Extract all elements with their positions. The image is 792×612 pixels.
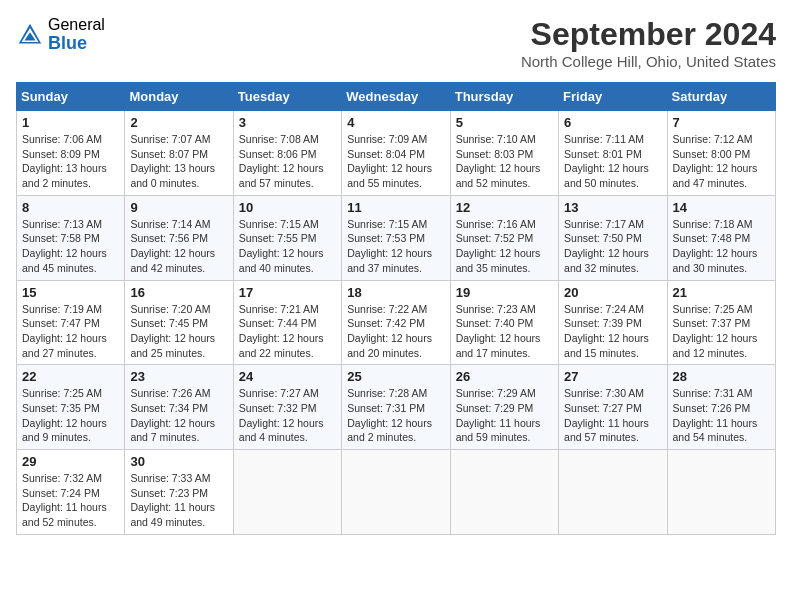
day-number: 15: [22, 285, 119, 300]
day-number: 3: [239, 115, 336, 130]
day-detail: Sunrise: 7:32 AMSunset: 7:24 PMDaylight:…: [22, 471, 119, 530]
calendar-cell: 24Sunrise: 7:27 AMSunset: 7:32 PMDayligh…: [233, 365, 341, 450]
day-detail: Sunrise: 7:22 AMSunset: 7:42 PMDaylight:…: [347, 302, 444, 361]
calendar-cell: 11Sunrise: 7:15 AMSunset: 7:53 PMDayligh…: [342, 195, 450, 280]
day-number: 14: [673, 200, 770, 215]
calendar-cell: [450, 450, 558, 535]
month-title: September 2024: [521, 16, 776, 53]
calendar-cell: [667, 450, 775, 535]
day-detail: Sunrise: 7:13 AMSunset: 7:58 PMDaylight:…: [22, 217, 119, 276]
day-number: 5: [456, 115, 553, 130]
day-detail: Sunrise: 7:17 AMSunset: 7:50 PMDaylight:…: [564, 217, 661, 276]
calendar-cell: 10Sunrise: 7:15 AMSunset: 7:55 PMDayligh…: [233, 195, 341, 280]
calendar-cell: 20Sunrise: 7:24 AMSunset: 7:39 PMDayligh…: [559, 280, 667, 365]
day-detail: Sunrise: 7:18 AMSunset: 7:48 PMDaylight:…: [673, 217, 770, 276]
day-number: 26: [456, 369, 553, 384]
calendar-cell: 17Sunrise: 7:21 AMSunset: 7:44 PMDayligh…: [233, 280, 341, 365]
calendar-header-monday: Monday: [125, 83, 233, 111]
calendar-week-5: 29Sunrise: 7:32 AMSunset: 7:24 PMDayligh…: [17, 450, 776, 535]
day-number: 9: [130, 200, 227, 215]
calendar-cell: 22Sunrise: 7:25 AMSunset: 7:35 PMDayligh…: [17, 365, 125, 450]
day-number: 7: [673, 115, 770, 130]
day-detail: Sunrise: 7:09 AMSunset: 8:04 PMDaylight:…: [347, 132, 444, 191]
calendar-header-sunday: Sunday: [17, 83, 125, 111]
day-number: 20: [564, 285, 661, 300]
calendar-cell: 15Sunrise: 7:19 AMSunset: 7:47 PMDayligh…: [17, 280, 125, 365]
day-number: 25: [347, 369, 444, 384]
day-detail: Sunrise: 7:28 AMSunset: 7:31 PMDaylight:…: [347, 386, 444, 445]
day-detail: Sunrise: 7:11 AMSunset: 8:01 PMDaylight:…: [564, 132, 661, 191]
day-detail: Sunrise: 7:10 AMSunset: 8:03 PMDaylight:…: [456, 132, 553, 191]
day-number: 23: [130, 369, 227, 384]
day-detail: Sunrise: 7:07 AMSunset: 8:07 PMDaylight:…: [130, 132, 227, 191]
calendar-header-wednesday: Wednesday: [342, 83, 450, 111]
day-number: 13: [564, 200, 661, 215]
day-number: 12: [456, 200, 553, 215]
calendar-cell: 12Sunrise: 7:16 AMSunset: 7:52 PMDayligh…: [450, 195, 558, 280]
day-number: 30: [130, 454, 227, 469]
calendar-cell: [342, 450, 450, 535]
day-detail: Sunrise: 7:25 AMSunset: 7:37 PMDaylight:…: [673, 302, 770, 361]
calendar-header-saturday: Saturday: [667, 83, 775, 111]
day-detail: Sunrise: 7:08 AMSunset: 8:06 PMDaylight:…: [239, 132, 336, 191]
day-detail: Sunrise: 7:29 AMSunset: 7:29 PMDaylight:…: [456, 386, 553, 445]
day-detail: Sunrise: 7:30 AMSunset: 7:27 PMDaylight:…: [564, 386, 661, 445]
day-detail: Sunrise: 7:20 AMSunset: 7:45 PMDaylight:…: [130, 302, 227, 361]
calendar-week-1: 1Sunrise: 7:06 AMSunset: 8:09 PMDaylight…: [17, 111, 776, 196]
day-detail: Sunrise: 7:14 AMSunset: 7:56 PMDaylight:…: [130, 217, 227, 276]
day-number: 4: [347, 115, 444, 130]
day-number: 6: [564, 115, 661, 130]
calendar-header-thursday: Thursday: [450, 83, 558, 111]
calendar-week-4: 22Sunrise: 7:25 AMSunset: 7:35 PMDayligh…: [17, 365, 776, 450]
calendar-cell: 6Sunrise: 7:11 AMSunset: 8:01 PMDaylight…: [559, 111, 667, 196]
calendar-cell: 18Sunrise: 7:22 AMSunset: 7:42 PMDayligh…: [342, 280, 450, 365]
day-number: 8: [22, 200, 119, 215]
calendar-cell: 7Sunrise: 7:12 AMSunset: 8:00 PMDaylight…: [667, 111, 775, 196]
title-block: September 2024 North College Hill, Ohio,…: [521, 16, 776, 70]
calendar-table: SundayMondayTuesdayWednesdayThursdayFrid…: [16, 82, 776, 535]
calendar-cell: 26Sunrise: 7:29 AMSunset: 7:29 PMDayligh…: [450, 365, 558, 450]
day-detail: Sunrise: 7:19 AMSunset: 7:47 PMDaylight:…: [22, 302, 119, 361]
calendar-cell: 27Sunrise: 7:30 AMSunset: 7:27 PMDayligh…: [559, 365, 667, 450]
calendar-cell: 8Sunrise: 7:13 AMSunset: 7:58 PMDaylight…: [17, 195, 125, 280]
calendar-cell: 21Sunrise: 7:25 AMSunset: 7:37 PMDayligh…: [667, 280, 775, 365]
day-number: 16: [130, 285, 227, 300]
day-number: 22: [22, 369, 119, 384]
day-number: 24: [239, 369, 336, 384]
location: North College Hill, Ohio, United States: [521, 53, 776, 70]
calendar-body: 1Sunrise: 7:06 AMSunset: 8:09 PMDaylight…: [17, 111, 776, 535]
day-detail: Sunrise: 7:06 AMSunset: 8:09 PMDaylight:…: [22, 132, 119, 191]
logo-icon: [16, 21, 44, 49]
calendar-cell: 16Sunrise: 7:20 AMSunset: 7:45 PMDayligh…: [125, 280, 233, 365]
calendar-cell: 19Sunrise: 7:23 AMSunset: 7:40 PMDayligh…: [450, 280, 558, 365]
day-detail: Sunrise: 7:24 AMSunset: 7:39 PMDaylight:…: [564, 302, 661, 361]
day-detail: Sunrise: 7:12 AMSunset: 8:00 PMDaylight:…: [673, 132, 770, 191]
calendar-cell: [233, 450, 341, 535]
day-number: 17: [239, 285, 336, 300]
day-detail: Sunrise: 7:15 AMSunset: 7:53 PMDaylight:…: [347, 217, 444, 276]
day-number: 10: [239, 200, 336, 215]
logo-blue: Blue: [48, 34, 105, 54]
day-number: 21: [673, 285, 770, 300]
calendar-cell: 28Sunrise: 7:31 AMSunset: 7:26 PMDayligh…: [667, 365, 775, 450]
day-detail: Sunrise: 7:21 AMSunset: 7:44 PMDaylight:…: [239, 302, 336, 361]
logo-general: General: [48, 16, 105, 34]
calendar-cell: 3Sunrise: 7:08 AMSunset: 8:06 PMDaylight…: [233, 111, 341, 196]
calendar-cell: 4Sunrise: 7:09 AMSunset: 8:04 PMDaylight…: [342, 111, 450, 196]
day-detail: Sunrise: 7:27 AMSunset: 7:32 PMDaylight:…: [239, 386, 336, 445]
day-detail: Sunrise: 7:25 AMSunset: 7:35 PMDaylight:…: [22, 386, 119, 445]
calendar-cell: 5Sunrise: 7:10 AMSunset: 8:03 PMDaylight…: [450, 111, 558, 196]
day-detail: Sunrise: 7:31 AMSunset: 7:26 PMDaylight:…: [673, 386, 770, 445]
day-number: 28: [673, 369, 770, 384]
calendar-cell: 23Sunrise: 7:26 AMSunset: 7:34 PMDayligh…: [125, 365, 233, 450]
calendar-cell: 30Sunrise: 7:33 AMSunset: 7:23 PMDayligh…: [125, 450, 233, 535]
calendar-week-3: 15Sunrise: 7:19 AMSunset: 7:47 PMDayligh…: [17, 280, 776, 365]
day-detail: Sunrise: 7:16 AMSunset: 7:52 PMDaylight:…: [456, 217, 553, 276]
calendar-cell: 25Sunrise: 7:28 AMSunset: 7:31 PMDayligh…: [342, 365, 450, 450]
day-detail: Sunrise: 7:26 AMSunset: 7:34 PMDaylight:…: [130, 386, 227, 445]
calendar-cell: 14Sunrise: 7:18 AMSunset: 7:48 PMDayligh…: [667, 195, 775, 280]
day-number: 29: [22, 454, 119, 469]
calendar-header-friday: Friday: [559, 83, 667, 111]
day-number: 27: [564, 369, 661, 384]
calendar-cell: [559, 450, 667, 535]
